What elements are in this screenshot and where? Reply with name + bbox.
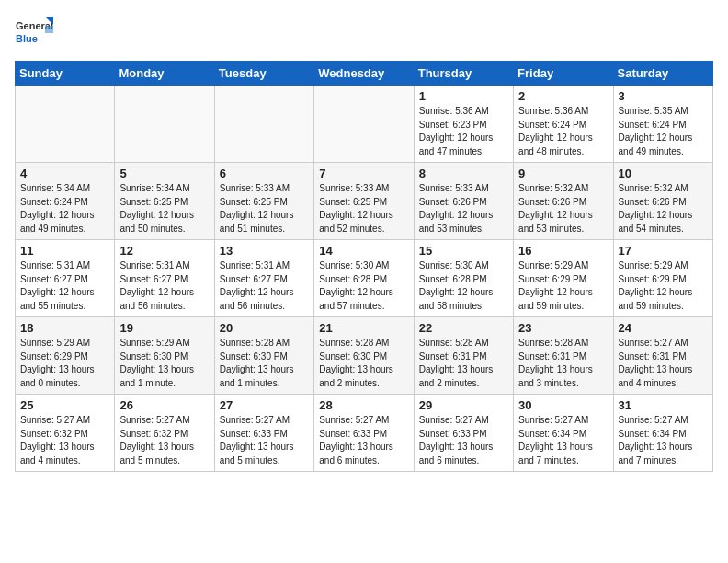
day-info: Sunrise: 5:36 AM Sunset: 6:23 PM Dayligh… <box>419 105 508 158</box>
day-number: 28 <box>319 398 408 412</box>
day-info: Sunrise: 5:27 AM Sunset: 6:33 PM Dayligh… <box>220 414 309 467</box>
calendar-cell: 25Sunrise: 5:27 AM Sunset: 6:32 PM Dayli… <box>16 395 115 472</box>
calendar-cell <box>314 86 414 163</box>
day-info: Sunrise: 5:30 AM Sunset: 6:28 PM Dayligh… <box>419 259 508 313</box>
calendar-cell: 6Sunrise: 5:33 AM Sunset: 6:25 PM Daylig… <box>214 163 313 240</box>
day-info: Sunrise: 5:35 AM Sunset: 6:24 PM Dayligh… <box>619 105 708 158</box>
day-info: Sunrise: 5:27 AM Sunset: 6:34 PM Dayligh… <box>518 414 608 467</box>
calendar-cell: 24Sunrise: 5:27 AM Sunset: 6:31 PM Dayli… <box>613 317 712 395</box>
calendar-cell: 18Sunrise: 5:29 AM Sunset: 6:29 PM Dayli… <box>16 317 115 395</box>
calendar-table: SundayMondayTuesdayWednesdayThursdayFrid… <box>15 61 713 472</box>
calendar-cell: 17Sunrise: 5:29 AM Sunset: 6:29 PM Dayli… <box>613 240 712 317</box>
day-info: Sunrise: 5:27 AM Sunset: 6:31 PM Dayligh… <box>619 337 708 390</box>
weekday-header-sunday: Sunday <box>16 62 115 86</box>
calendar-cell: 13Sunrise: 5:31 AM Sunset: 6:27 PM Dayli… <box>214 240 313 317</box>
day-info: Sunrise: 5:33 AM Sunset: 6:25 PM Dayligh… <box>319 182 408 236</box>
calendar-cell: 10Sunrise: 5:32 AM Sunset: 6:26 PM Dayli… <box>613 163 712 240</box>
day-number: 22 <box>419 321 508 335</box>
day-info: Sunrise: 5:27 AM Sunset: 6:33 PM Dayligh… <box>419 414 508 467</box>
day-number: 30 <box>518 398 608 412</box>
day-info: Sunrise: 5:28 AM Sunset: 6:30 PM Dayligh… <box>319 337 408 390</box>
calendar-cell <box>16 86 115 163</box>
weekday-header-wednesday: Wednesday <box>314 62 414 86</box>
day-number: 17 <box>619 244 708 258</box>
day-info: Sunrise: 5:36 AM Sunset: 6:24 PM Dayligh… <box>518 105 608 158</box>
day-number: 5 <box>119 167 209 180</box>
day-number: 18 <box>20 321 109 335</box>
day-number: 8 <box>419 167 508 180</box>
calendar-cell: 23Sunrise: 5:28 AM Sunset: 6:31 PM Dayli… <box>514 317 613 395</box>
calendar-cell: 21Sunrise: 5:28 AM Sunset: 6:30 PM Dayli… <box>314 317 414 395</box>
calendar-cell: 12Sunrise: 5:31 AM Sunset: 6:27 PM Dayli… <box>115 240 214 317</box>
day-number: 4 <box>20 167 109 180</box>
calendar-week-3: 11Sunrise: 5:31 AM Sunset: 6:27 PM Dayli… <box>16 240 713 317</box>
day-info: Sunrise: 5:31 AM Sunset: 6:27 PM Dayligh… <box>220 259 309 313</box>
calendar-week-5: 25Sunrise: 5:27 AM Sunset: 6:32 PM Dayli… <box>16 395 713 472</box>
day-info: Sunrise: 5:29 AM Sunset: 6:30 PM Dayligh… <box>119 337 209 390</box>
calendar-cell <box>115 86 214 163</box>
day-info: Sunrise: 5:30 AM Sunset: 6:28 PM Dayligh… <box>319 259 408 313</box>
day-number: 6 <box>220 167 309 180</box>
calendar-cell: 5Sunrise: 5:34 AM Sunset: 6:25 PM Daylig… <box>115 163 214 240</box>
day-info: Sunrise: 5:34 AM Sunset: 6:25 PM Dayligh… <box>119 182 209 236</box>
day-info: Sunrise: 5:27 AM Sunset: 6:34 PM Dayligh… <box>619 414 708 467</box>
day-number: 23 <box>518 321 608 335</box>
calendar-cell: 29Sunrise: 5:27 AM Sunset: 6:33 PM Dayli… <box>414 395 513 472</box>
calendar-cell: 28Sunrise: 5:27 AM Sunset: 6:33 PM Dayli… <box>314 395 414 472</box>
calendar-cell: 15Sunrise: 5:30 AM Sunset: 6:28 PM Dayli… <box>414 240 513 317</box>
day-number: 20 <box>220 321 309 335</box>
page-header: General Blue <box>15 15 713 53</box>
day-number: 24 <box>619 321 708 335</box>
day-info: Sunrise: 5:27 AM Sunset: 6:32 PM Dayligh… <box>20 414 109 467</box>
day-number: 1 <box>419 89 508 103</box>
calendar-cell: 22Sunrise: 5:28 AM Sunset: 6:31 PM Dayli… <box>414 317 513 395</box>
calendar-cell: 1Sunrise: 5:36 AM Sunset: 6:23 PM Daylig… <box>414 86 513 163</box>
calendar-cell: 9Sunrise: 5:32 AM Sunset: 6:26 PM Daylig… <box>514 163 613 240</box>
day-number: 2 <box>518 89 608 103</box>
day-info: Sunrise: 5:34 AM Sunset: 6:24 PM Dayligh… <box>20 182 109 236</box>
calendar-week-2: 4Sunrise: 5:34 AM Sunset: 6:24 PM Daylig… <box>16 163 713 240</box>
day-info: Sunrise: 5:29 AM Sunset: 6:29 PM Dayligh… <box>619 259 708 313</box>
day-number: 27 <box>220 398 309 412</box>
day-info: Sunrise: 5:31 AM Sunset: 6:27 PM Dayligh… <box>119 259 209 313</box>
day-number: 7 <box>319 167 408 180</box>
calendar-cell: 19Sunrise: 5:29 AM Sunset: 6:30 PM Dayli… <box>115 317 214 395</box>
day-info: Sunrise: 5:32 AM Sunset: 6:26 PM Dayligh… <box>619 182 708 236</box>
day-number: 14 <box>319 244 408 258</box>
day-number: 25 <box>20 398 109 412</box>
logo-svg: General Blue <box>15 15 53 53</box>
weekday-header-friday: Friday <box>514 62 613 86</box>
weekday-header-tuesday: Tuesday <box>214 62 313 86</box>
day-info: Sunrise: 5:27 AM Sunset: 6:32 PM Dayligh… <box>119 414 209 467</box>
day-info: Sunrise: 5:29 AM Sunset: 6:29 PM Dayligh… <box>518 259 608 313</box>
day-number: 13 <box>220 244 309 258</box>
day-info: Sunrise: 5:28 AM Sunset: 6:30 PM Dayligh… <box>220 337 309 390</box>
calendar-cell: 27Sunrise: 5:27 AM Sunset: 6:33 PM Dayli… <box>214 395 313 472</box>
day-number: 12 <box>119 244 209 258</box>
day-number: 15 <box>419 244 508 258</box>
calendar-cell: 26Sunrise: 5:27 AM Sunset: 6:32 PM Dayli… <box>115 395 214 472</box>
day-number: 26 <box>119 398 209 412</box>
day-info: Sunrise: 5:33 AM Sunset: 6:26 PM Dayligh… <box>419 182 508 236</box>
day-info: Sunrise: 5:32 AM Sunset: 6:26 PM Dayligh… <box>518 182 608 236</box>
calendar-header-row: SundayMondayTuesdayWednesdayThursdayFrid… <box>16 62 713 86</box>
calendar-cell: 7Sunrise: 5:33 AM Sunset: 6:25 PM Daylig… <box>314 163 414 240</box>
calendar-cell: 30Sunrise: 5:27 AM Sunset: 6:34 PM Dayli… <box>514 395 613 472</box>
calendar-cell: 20Sunrise: 5:28 AM Sunset: 6:30 PM Dayli… <box>214 317 313 395</box>
day-number: 10 <box>619 167 708 180</box>
day-number: 3 <box>619 89 708 103</box>
day-info: Sunrise: 5:31 AM Sunset: 6:27 PM Dayligh… <box>20 259 109 313</box>
day-number: 16 <box>518 244 608 258</box>
day-info: Sunrise: 5:29 AM Sunset: 6:29 PM Dayligh… <box>20 337 109 390</box>
calendar-cell: 31Sunrise: 5:27 AM Sunset: 6:34 PM Dayli… <box>613 395 712 472</box>
weekday-header-monday: Monday <box>115 62 214 86</box>
day-number: 31 <box>619 398 708 412</box>
day-info: Sunrise: 5:28 AM Sunset: 6:31 PM Dayligh… <box>518 337 608 390</box>
calendar-cell: 2Sunrise: 5:36 AM Sunset: 6:24 PM Daylig… <box>514 86 613 163</box>
calendar-cell: 8Sunrise: 5:33 AM Sunset: 6:26 PM Daylig… <box>414 163 513 240</box>
calendar-cell: 3Sunrise: 5:35 AM Sunset: 6:24 PM Daylig… <box>613 86 712 163</box>
day-number: 29 <box>419 398 508 412</box>
weekday-header-thursday: Thursday <box>414 62 513 86</box>
svg-marker-4 <box>45 26 53 33</box>
calendar-cell: 4Sunrise: 5:34 AM Sunset: 6:24 PM Daylig… <box>16 163 115 240</box>
